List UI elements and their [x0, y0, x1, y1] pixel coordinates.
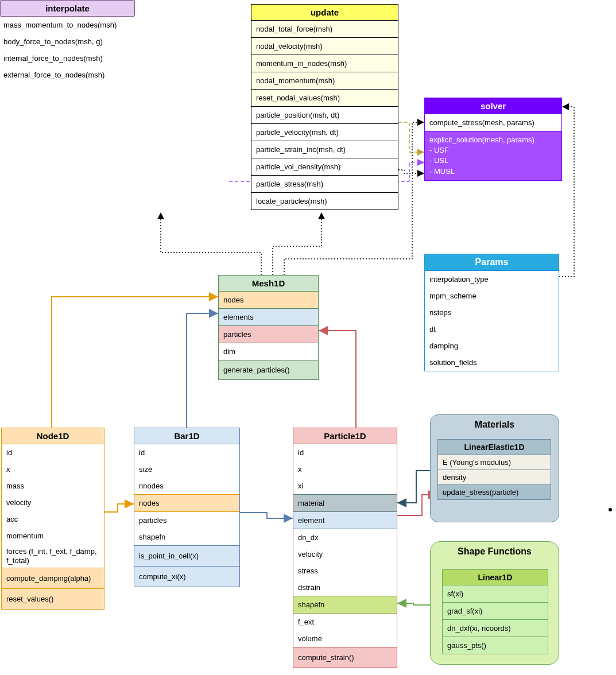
- row: volume: [293, 630, 397, 647]
- row: id: [293, 444, 397, 461]
- shapefunctions-title: Shape Functions: [431, 542, 559, 560]
- row: particle_stress(msh): [251, 176, 398, 193]
- row: id: [134, 444, 239, 461]
- mesh1d-box: Mesh1D nodes elements particles dim gene…: [218, 275, 319, 380]
- row-forces: forces (f_int, f_ext, f_damp, f_total): [2, 544, 104, 568]
- row: external_force_to_nodes(msh): [0, 67, 135, 83]
- mesh-nodes: nodes: [219, 292, 318, 309]
- row: mass_momentum_to_nodes(msh): [0, 17, 135, 33]
- row: particle_velocity(msh, dt): [251, 124, 398, 141]
- solver-title: solver: [425, 98, 561, 114]
- method: compute_xi(x): [134, 566, 239, 587]
- method: compute_strain(): [293, 647, 397, 668]
- row: particle_strain_inc(msh, dt): [251, 141, 398, 158]
- linearelastic1d-box: LinearElastic1D E (Young's modulus) dens…: [437, 439, 551, 500]
- block-head: explicit_solution(mesh, params): [429, 135, 557, 145]
- mesh-dim: dim: [219, 343, 318, 360]
- row: size: [134, 461, 239, 478]
- mesh1d-title: Mesh1D: [219, 276, 318, 292]
- row: particles: [134, 512, 239, 529]
- row: mass: [2, 478, 104, 494]
- row: sf(xi): [443, 585, 548, 603]
- linearelastic-title: LinearElastic1D: [438, 440, 551, 455]
- row: nodal_velocity(msh): [251, 38, 398, 55]
- row: momentum: [2, 527, 104, 544]
- row: grad_sf(xi): [443, 603, 548, 620]
- row: momentum_in_nodes(msh): [251, 55, 398, 72]
- row: interpolation_type: [425, 271, 559, 288]
- block-item: - USF: [429, 145, 557, 156]
- particle-element: element: [293, 512, 397, 529]
- particle-shapefn: shapefn: [293, 596, 397, 614]
- row: x: [2, 461, 104, 478]
- row: particle_position(msh, dt): [251, 107, 398, 124]
- row: dt: [425, 321, 559, 338]
- row: dstrain: [293, 579, 397, 596]
- dot-icon: [609, 508, 612, 511]
- row: f_ext: [293, 614, 397, 630]
- update-box: update nodal_total_force(msh) nodal_velo…: [251, 4, 398, 210]
- row: body_force_to_nodes(msh, g): [0, 33, 135, 50]
- interpolate-box: interpolate mass_momentum_to_nodes(msh) …: [0, 0, 135, 83]
- bar1d-box: Bar1D id size nnodes nodes particles sha…: [134, 428, 240, 587]
- row: xi: [293, 478, 397, 494]
- bar1d-title: Bar1D: [134, 428, 239, 444]
- row: compute_stress(mesh, params): [425, 114, 561, 131]
- row: density: [438, 470, 551, 485]
- block-item: - USL: [429, 156, 557, 166]
- mesh-generate: generate_particles(): [219, 360, 318, 379]
- row: acc: [2, 511, 104, 527]
- method: is_point_in_cell(x): [134, 545, 239, 566]
- row: reset_nodal_values(msh): [251, 90, 398, 107]
- method: reset_values(): [2, 588, 104, 609]
- solver-explicit-block: explicit_solution(mesh, params) - USF - …: [425, 131, 561, 180]
- row: nodal_total_force(msh): [251, 21, 398, 38]
- interpolate-title: interpolate: [0, 0, 135, 17]
- row: solution_fields: [425, 354, 559, 371]
- row: dn_dxf(xi, ncoords): [443, 620, 548, 637]
- params-title: Params: [425, 254, 559, 271]
- particle1d-box: Particle1D id x xi material element dn_d…: [293, 428, 397, 668]
- row: x: [293, 461, 397, 478]
- params-box: Params interpolation_type mpm_scheme nst…: [424, 254, 559, 371]
- row: id: [2, 444, 104, 461]
- row: nsteps: [425, 304, 559, 321]
- bar-nodes: nodes: [134, 494, 239, 512]
- node1d-box: Node1D id x mass velocity acc momentum f…: [1, 428, 104, 610]
- mesh-particles: particles: [219, 326, 318, 343]
- row: locate_particles(msh): [251, 193, 398, 210]
- linear1d-title: Linear1D: [443, 570, 548, 585]
- row: dn_dx: [293, 529, 397, 546]
- row: velocity: [2, 494, 104, 511]
- materials-title: Materials: [431, 415, 559, 433]
- block-item: - MUSL: [429, 166, 557, 177]
- row: nodal_momentum(msh): [251, 72, 398, 90]
- node1d-title: Node1D: [2, 428, 104, 444]
- mesh-elements: elements: [219, 309, 318, 326]
- row: shapefn: [134, 529, 239, 545]
- row: E (Young's modulus): [438, 455, 551, 470]
- linear1d-box: Linear1D sf(xi) grad_sf(xi) dn_dxf(xi, n…: [442, 569, 548, 654]
- particle-material: material: [293, 494, 397, 512]
- row: damping: [425, 338, 559, 354]
- row: stress: [293, 562, 397, 579]
- update-title: update: [251, 5, 398, 21]
- row: gauss_pts(): [443, 637, 548, 654]
- row: mpm_scheme: [425, 288, 559, 304]
- particle1d-title: Particle1D: [293, 428, 397, 444]
- solver-box: solver compute_stress(mesh, params) expl…: [424, 98, 562, 181]
- method: update_stress(particle): [438, 485, 551, 499]
- row: nnodes: [134, 478, 239, 494]
- row: particle_vol_density(msh): [251, 158, 398, 176]
- row: velocity: [293, 546, 397, 562]
- method: compute_damping(alpha): [2, 568, 104, 588]
- row: internal_force_to_nodes(msh): [0, 50, 135, 67]
